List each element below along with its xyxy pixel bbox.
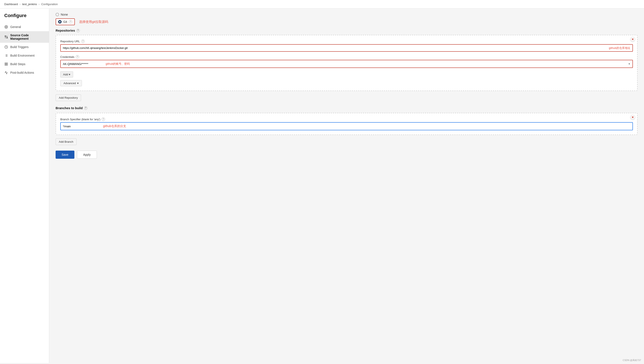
- configure-title: Configure: [0, 13, 49, 23]
- svg-rect-13: [5, 64, 6, 65]
- branch-input-row: github仓库的分支: [60, 122, 633, 130]
- post-icon: [4, 71, 8, 74]
- sidebar-item-build-triggers[interactable]: Build Triggers: [0, 43, 49, 51]
- scm-options: None Git ? 选择使用git拉取源码: [56, 13, 637, 25]
- remove-branch-button[interactable]: ✕: [630, 115, 635, 120]
- svg-point-1: [7, 38, 8, 38]
- sidebar-item-general-label: General: [10, 25, 21, 28]
- repo-url-field: Repository URL ? github的仓库地址: [60, 40, 633, 52]
- sidebar-item-source-code-management[interactable]: Source Code Management: [0, 31, 49, 43]
- repo-card-inner: ✕ Repository URL ? github的仓库地址 Creden: [60, 40, 633, 86]
- sidebar-item-build-env-label: Build Environment: [10, 54, 35, 57]
- sidebar-item-post-build[interactable]: Post-build Actions: [0, 68, 49, 77]
- clock-icon: [4, 45, 8, 49]
- credentials-field: Credentials ? github的账号、密码 ▾: [60, 55, 633, 68]
- breadcrumb-dashboard[interactable]: Dashboard: [4, 2, 18, 6]
- add-btn-wrap: Add ▾: [60, 71, 633, 78]
- advanced-chevron-icon: ▾: [77, 82, 79, 85]
- branch-annotation: github仓库的分支: [101, 122, 632, 130]
- credentials-help-icon[interactable]: ?: [76, 55, 79, 58]
- main-content: None Git ? 选择使用git拉取源码 Repositories ? ✕: [49, 8, 644, 363]
- repositories-section-label: Repositories ?: [56, 28, 637, 32]
- breadcrumb-configuration: Configuration: [41, 2, 58, 6]
- repo-url-input-wrap: github的仓库地址: [60, 44, 633, 52]
- add-credentials-button[interactable]: Add ▾: [60, 71, 73, 78]
- add-repository-button[interactable]: Add Repository: [56, 94, 81, 101]
- sidebar-item-post-build-label: Post-build Actions: [10, 71, 34, 74]
- branches-help-icon[interactable]: ?: [84, 106, 88, 110]
- sidebar: Configure General Source Code Management: [0, 8, 49, 363]
- none-label: None: [61, 13, 68, 16]
- branches-section: Branches to build ? ✕ Branch Specifier (…: [56, 106, 637, 145]
- none-radio-button[interactable]: [56, 13, 59, 16]
- add-branch-button[interactable]: Add Branch: [56, 138, 77, 145]
- footer-buttons: Save Apply: [56, 148, 637, 159]
- sidebar-item-scm-label: Source Code Management: [10, 34, 45, 40]
- apply-button[interactable]: Apply: [77, 150, 97, 159]
- repositories-help-icon[interactable]: ?: [76, 29, 80, 32]
- branches-label-row: Branches to build ?: [56, 106, 637, 110]
- credentials-annotation: github的账号、密码: [104, 60, 626, 68]
- steps-icon: [4, 62, 8, 66]
- watermark: CSDN @风铃737: [623, 359, 641, 362]
- svg-rect-12: [7, 63, 8, 64]
- none-radio-row: None: [56, 13, 637, 16]
- breadcrumb: Dashboard › test_jenkins › Configuration: [0, 0, 644, 8]
- credentials-input[interactable]: [61, 61, 104, 67]
- git-annotation: 选择使用git拉取源码: [79, 20, 108, 24]
- branch-card-inner: ✕ Branch Specifier (blank for 'any') ? g…: [60, 118, 633, 130]
- svg-point-2: [5, 36, 6, 36]
- breadcrumb-test-jenkins[interactable]: test_jenkins: [22, 2, 37, 6]
- sidebar-item-build-environment[interactable]: Build Environment: [0, 51, 49, 60]
- branch-specifier-label-row: Branch Specifier (blank for 'any') ?: [60, 118, 633, 121]
- branch-card: ✕ Branch Specifier (blank for 'any') ? g…: [56, 113, 637, 135]
- svg-point-0: [6, 26, 7, 27]
- add-chevron-icon: ▾: [69, 73, 70, 76]
- branch-specifier-input[interactable]: [61, 123, 101, 130]
- svg-rect-11: [5, 63, 6, 64]
- credentials-label: Credentials ?: [60, 55, 633, 58]
- credentials-chevron-icon[interactable]: ▾: [626, 61, 632, 67]
- git-selected-box: Git ?: [56, 18, 75, 25]
- sidebar-item-build-steps[interactable]: Build Steps: [0, 60, 49, 68]
- list-icon: [4, 54, 8, 58]
- repo-url-input[interactable]: [61, 45, 607, 51]
- git-radio-row: Git ? 选择使用git拉取源码: [56, 18, 637, 25]
- repo-url-annotation: github的仓库地址: [607, 46, 632, 50]
- branch-specifier-help-icon[interactable]: ?: [102, 118, 105, 121]
- sidebar-item-build-steps-label: Build Steps: [10, 62, 26, 66]
- git-radio-button[interactable]: [58, 20, 62, 24]
- repository-card: ✕ Repository URL ? github的仓库地址 Creden: [56, 35, 637, 91]
- branches-label: Branches to build: [56, 106, 83, 110]
- svg-rect-14: [7, 64, 8, 65]
- advanced-button[interactable]: Advanced ▾: [60, 80, 82, 86]
- repo-url-help-icon[interactable]: ?: [81, 40, 85, 43]
- save-button[interactable]: Save: [56, 150, 74, 159]
- sidebar-item-build-triggers-label: Build Triggers: [10, 45, 29, 49]
- git-label: Git: [63, 20, 67, 24]
- remove-repo-button[interactable]: ✕: [630, 37, 635, 42]
- git-help-icon[interactable]: ?: [69, 20, 72, 24]
- gear-icon: [4, 25, 8, 29]
- code-branch-icon: [4, 35, 8, 39]
- repo-url-label: Repository URL ?: [60, 40, 633, 43]
- sidebar-item-general[interactable]: General: [0, 23, 49, 31]
- credentials-input-row: github的账号、密码 ▾: [60, 60, 633, 68]
